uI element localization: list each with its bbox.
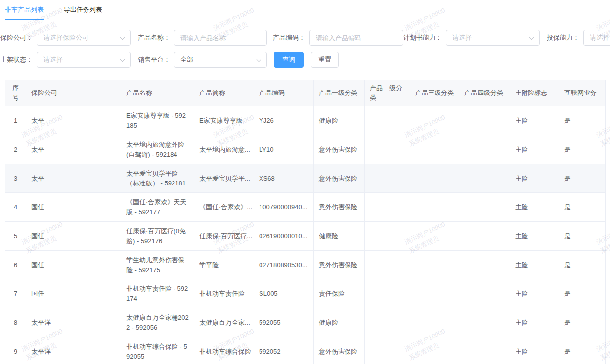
- table-cell: [365, 337, 410, 364]
- table-cell: [410, 337, 459, 364]
- table-cell: 意外伤害保险: [314, 193, 365, 222]
- column-header: 产品名称: [121, 80, 194, 106]
- table-cell: [365, 279, 410, 308]
- table-cell: 主险: [510, 308, 559, 337]
- sales-platform-value: 全部: [180, 56, 193, 63]
- proposal-ability-select[interactable]: 请选择: [446, 30, 540, 46]
- table-row: 4国任《国任·合家欢》天天版 - 592177《国任·合家欢》...100790…: [5, 193, 606, 222]
- table-cell: 太平爱宝贝学平险（标准版） - 592181: [121, 164, 194, 193]
- table-cell: 027180890530...: [254, 251, 314, 279]
- table-cell: [410, 164, 459, 193]
- column-header: 产品四级分类: [459, 80, 510, 106]
- table-cell: 意外伤害保险: [314, 337, 365, 364]
- table-cell: [410, 106, 459, 135]
- table-cell: 国任: [26, 279, 121, 308]
- table-cell: 主险: [510, 164, 559, 193]
- table-cell: YJ26: [254, 106, 314, 135]
- table-cell: 是: [559, 251, 606, 279]
- table-cell: 意外伤害保险: [314, 135, 365, 164]
- product-name-input[interactable]: [174, 30, 267, 46]
- table-cell: 主险: [510, 337, 559, 364]
- chevron-down-icon: [120, 35, 125, 40]
- table-cell: [459, 135, 510, 164]
- chevron-down-icon: [257, 57, 261, 62]
- table-cell: 3: [5, 164, 26, 193]
- table-row: 9太平洋非机动车综合保险 - 592055非机动车综合保险592052意外伤害保…: [5, 337, 606, 364]
- table-cell: [459, 193, 510, 222]
- search-button[interactable]: 查询: [274, 52, 304, 68]
- table-cell: 主险: [510, 135, 559, 164]
- product-code-label: 产品编码：: [273, 30, 305, 46]
- table-cell: 太平: [26, 135, 121, 164]
- table-cell: 是: [559, 279, 606, 308]
- chevron-down-icon: [120, 57, 125, 62]
- table-cell: 是: [559, 164, 606, 193]
- table-cell: [365, 251, 410, 279]
- table-cell: 026190000010...: [254, 222, 314, 251]
- insure-ability-placeholder: 请选择: [590, 34, 609, 41]
- table-cell: [459, 337, 510, 364]
- table-cell: [365, 193, 410, 222]
- product-name-label: 产品名称：: [138, 30, 170, 46]
- table-cell: [410, 193, 459, 222]
- column-header: 产品简称: [194, 80, 254, 106]
- table-cell: [365, 308, 410, 337]
- table-cell: 国任: [26, 222, 121, 251]
- table-cell: 太平爱宝贝学平...: [194, 164, 254, 193]
- table-row: 5国任任康保·百万医疗(0免赔) - 592176任康保·百万医疗...0261…: [5, 222, 606, 251]
- column-header: 产品一级分类: [314, 80, 365, 106]
- insurer-label: 保险公司：: [0, 30, 33, 46]
- column-header: 产品编码: [254, 80, 314, 106]
- column-header: 产品二级分类: [365, 80, 410, 106]
- table-cell: 8: [5, 308, 26, 337]
- insurer-select[interactable]: 请选择保险公司: [37, 30, 131, 46]
- table-cell: 健康险: [314, 222, 365, 251]
- table-cell: 592052: [254, 337, 314, 364]
- table-cell: 主险: [510, 279, 559, 308]
- table-row: 7国任非机动车责任险 - 592174非机动车责任险SL005责任保险主险是: [5, 279, 606, 308]
- table-cell: 学平险: [194, 251, 254, 279]
- table-cell: 9: [5, 337, 26, 364]
- table-cell: [410, 222, 459, 251]
- table-cell: [410, 279, 459, 308]
- table-cell: [410, 308, 459, 337]
- shelf-status-select[interactable]: 请选择: [37, 52, 131, 68]
- table-cell: 健康险: [314, 308, 365, 337]
- table-row: 6国任学生幼儿意外伤害保险 - 592175学平险027180890530...…: [5, 251, 606, 279]
- table-cell: [459, 164, 510, 193]
- table-row: 2太平太平境内旅游意外险(自驾游) - 592184太平境内旅游意...LY10…: [5, 135, 606, 164]
- table-row: 1太平E家安康尊享版 - 592185E家安康尊享版YJ26健康险主险是: [5, 106, 606, 135]
- table-cell: 《国任·合家欢》...: [194, 193, 254, 222]
- table-cell: 非机动车综合保险: [194, 337, 254, 364]
- table-cell: [410, 251, 459, 279]
- shelf-status-label: 上架状态：: [0, 52, 33, 68]
- sales-platform-select[interactable]: 全部: [174, 52, 267, 68]
- proposal-ability-placeholder: 请选择: [452, 34, 472, 41]
- table-cell: E家安康尊享版: [194, 106, 254, 135]
- column-header: 互联网业务: [559, 80, 606, 106]
- table-cell: [365, 164, 410, 193]
- product-code-input[interactable]: [309, 30, 403, 46]
- table-cell: [410, 135, 459, 164]
- insure-ability-select[interactable]: 请选择: [583, 30, 610, 46]
- table-cell: 7: [5, 279, 26, 308]
- table-cell: 任康保·百万医疗...: [194, 222, 254, 251]
- table-cell: 主险: [510, 222, 559, 251]
- reset-button[interactable]: 重置: [311, 52, 339, 68]
- table-cell: 是: [559, 135, 606, 164]
- table-cell: 任康保·百万医疗(0免赔) - 592176: [121, 222, 194, 251]
- table-cell: [459, 222, 510, 251]
- table-cell: 太平洋: [26, 337, 121, 364]
- table-cell: SL005: [254, 279, 314, 308]
- table-cell: 太平: [26, 106, 121, 135]
- table-cell: [365, 135, 410, 164]
- table-cell: 非机动车综合保险 - 592055: [121, 337, 194, 364]
- column-header: 保险公司: [26, 80, 121, 106]
- table-row: 8太平洋太健康百万全家桶2022 - 592056太健康百万全家...59205…: [5, 308, 606, 337]
- table-cell: 是: [559, 222, 606, 251]
- table-cell: 1: [5, 106, 26, 135]
- table-cell: 592055: [254, 308, 314, 337]
- table-cell: 是: [559, 308, 606, 337]
- table-cell: [459, 106, 510, 135]
- table-cell: 意外伤害保险: [314, 164, 365, 193]
